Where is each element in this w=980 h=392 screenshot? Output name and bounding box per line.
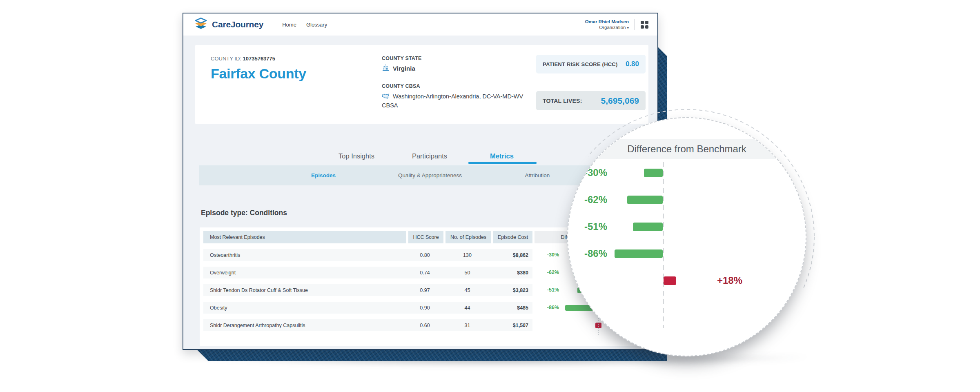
cell-hcc: 0.80 bbox=[406, 252, 443, 258]
county-id: COUNTY ID: 10735763775 bbox=[211, 56, 306, 62]
cell-name: Overweight bbox=[203, 270, 406, 276]
magnified-benchmark-label: -62% bbox=[584, 194, 607, 206]
column-header[interactable]: No. of Episodes bbox=[445, 231, 491, 243]
cell-cost: $380 bbox=[491, 270, 532, 276]
us-map-icon bbox=[382, 93, 393, 100]
magnified-benchmark-bar bbox=[615, 249, 663, 258]
magnified-benchmark-bar bbox=[664, 276, 676, 285]
total-lives-value: 5,695,069 bbox=[601, 96, 639, 106]
magnified-benchmark-bar bbox=[627, 196, 663, 204]
risk-score-value: 0.80 bbox=[626, 60, 639, 68]
county-cbsa-label: COUNTY CBSA bbox=[382, 83, 525, 89]
cell-hcc: 0.74 bbox=[406, 270, 443, 276]
nav-link-glossary[interactable]: Glossary bbox=[306, 22, 327, 28]
cell-eps: 45 bbox=[443, 287, 491, 293]
subtab-quality[interactable]: Quality & Appropriateness bbox=[381, 165, 479, 185]
county-state-value: Virginia bbox=[382, 64, 525, 73]
row-band: Overweight0.7450$380 bbox=[203, 267, 532, 278]
column-header[interactable]: Episode Cost bbox=[493, 231, 532, 243]
cell-name: Obesity bbox=[203, 305, 406, 311]
magnified-benchmark-bar bbox=[633, 223, 663, 231]
tab-metrics[interactable]: Metrics bbox=[473, 151, 530, 161]
cell-name: Shldr Tendon Ds Rotator Cuff & Soft Tiss… bbox=[203, 287, 406, 293]
brand-name: CareJourney bbox=[212, 20, 263, 29]
risk-score-label: PATIENT RISK SCORE (HCC) bbox=[543, 61, 617, 67]
carejourney-logo-icon bbox=[193, 17, 209, 32]
cell-cost: $8,862 bbox=[491, 252, 532, 258]
cell-eps: 31 bbox=[443, 323, 491, 328]
magnified-benchmark-label: -86% bbox=[584, 247, 607, 260]
row-band: Shldr Derangement Arthropathy Capsulitis… bbox=[203, 319, 532, 331]
county-header-panel: COUNTY ID: 10735763775 Fairfax County CO… bbox=[195, 45, 648, 124]
benchmark-value-label: -51% bbox=[547, 284, 559, 296]
benchmark-magnifier: Difference from Benchmark -30%-62%-51%-8… bbox=[567, 117, 806, 356]
tab-participants[interactable]: Participants bbox=[401, 151, 458, 161]
cell-hcc: 0.60 bbox=[406, 323, 443, 328]
cell-name: Shldr Derangement Arthropathy Capsulitis bbox=[203, 323, 406, 328]
benchmark-value-label: -86% bbox=[547, 302, 559, 314]
nav-link-home[interactable]: Home bbox=[282, 22, 296, 28]
column-header[interactable]: HCC Score bbox=[408, 231, 443, 243]
total-lives-box: TOTAL LIVES: 5,695,069 bbox=[536, 91, 646, 110]
county-cbsa-value: Washington-Arlington-Alexandria, DC-VA-M… bbox=[382, 92, 525, 110]
cell-cost: $485 bbox=[491, 305, 532, 311]
app-grid-icon[interactable] bbox=[641, 21, 648, 29]
cell-hcc: 0.97 bbox=[406, 287, 443, 293]
magnified-benchmark-bar bbox=[644, 169, 663, 177]
county-state-label: COUNTY STATE bbox=[382, 56, 525, 61]
subtab-episodes[interactable]: Episodes bbox=[295, 165, 352, 185]
chevron-down-icon: ▾ bbox=[627, 26, 629, 30]
nav-links: Home Glossary bbox=[282, 22, 327, 28]
total-lives-label: TOTAL LIVES: bbox=[543, 98, 582, 104]
section-title: Episode type: Conditions bbox=[201, 209, 287, 217]
magnified-benchmark-label: +18% bbox=[717, 274, 742, 287]
benchmark-value-label: -30% bbox=[547, 249, 559, 261]
row-band: Shldr Tendon Ds Rotator Cuff & Soft Tiss… bbox=[203, 284, 532, 296]
row-band: Obesity0.9044$485 bbox=[203, 302, 532, 314]
row-band: Osteoarthritis0.80130$8,862 bbox=[203, 249, 532, 261]
risk-score-box: PATIENT RISK SCORE (HCC) 0.80 bbox=[536, 55, 646, 74]
cell-eps: 44 bbox=[443, 305, 491, 311]
brand-logo[interactable]: CareJourney bbox=[193, 17, 263, 32]
cell-name: Osteoarthritis bbox=[203, 252, 406, 258]
benchmark-value-label: -62% bbox=[547, 267, 559, 278]
magnified-benchmark-label: -51% bbox=[584, 220, 607, 233]
nav-right: Omar Rhiel Madsen Organization▾ bbox=[585, 19, 648, 31]
user-name: Omar Rhiel Madsen bbox=[585, 19, 629, 24]
magnifier-axis-line bbox=[663, 162, 664, 328]
magnifier-title: Difference from Benchmark bbox=[627, 143, 746, 155]
page: CareJourney Home Glossary Omar Rhiel Mad… bbox=[0, 0, 980, 392]
cell-eps: 130 bbox=[443, 252, 491, 258]
user-menu[interactable]: Omar Rhiel Madsen Organization▾ bbox=[585, 19, 629, 31]
top-nav: CareJourney Home Glossary Omar Rhiel Mad… bbox=[183, 13, 657, 36]
active-tab-underline bbox=[468, 162, 537, 164]
capitol-icon bbox=[382, 64, 390, 73]
cell-hcc: 0.90 bbox=[406, 305, 443, 311]
table-row[interactable]: Obesity0.9044$485-86% bbox=[200, 302, 649, 314]
nav-divider bbox=[635, 19, 635, 30]
cell-cost: $3,823 bbox=[491, 287, 532, 293]
tab-top-insights[interactable]: Top Insights bbox=[328, 151, 385, 161]
user-role: Organization▾ bbox=[585, 24, 629, 30]
page-title: Fairfax County bbox=[211, 66, 306, 82]
cell-cost: $1,507 bbox=[491, 323, 532, 328]
cell-eps: 50 bbox=[443, 270, 491, 276]
table-row[interactable]: Shldr Derangement Arthropathy Capsulitis… bbox=[200, 319, 649, 331]
column-header[interactable]: Most Relevant Episodes bbox=[203, 231, 406, 243]
subtab-attribution[interactable]: Attribution bbox=[505, 165, 570, 185]
